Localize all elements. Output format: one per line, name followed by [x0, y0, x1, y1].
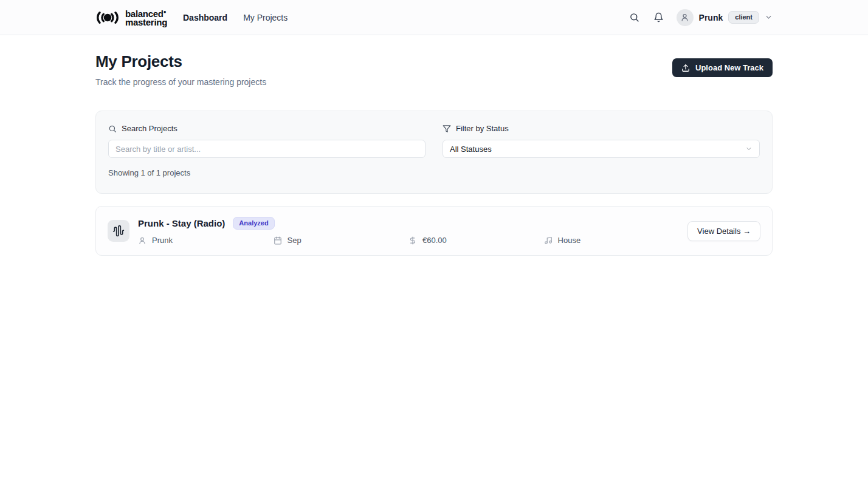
music-note-icon [544, 236, 553, 245]
main-content: My Projects Track the progress of your m… [95, 35, 773, 256]
filter-by-status-label: Filter by Status [443, 124, 760, 133]
status-filter-group: Filter by Status All Statuses [443, 124, 760, 158]
search-field-group: Search Projects [108, 124, 425, 158]
brand-logo-icon [95, 10, 120, 25]
project-date: Sep [274, 236, 409, 245]
upload-new-track-button[interactable]: Upload New Track [672, 58, 773, 77]
top-header: balanced● mastering Dashboard My Project… [0, 0, 868, 35]
filter-panel: Search Projects Filter by Status All Sta… [95, 111, 773, 194]
status-select[interactable]: All Statuses [443, 140, 760, 158]
project-title: Prunk - Stay (Radio) [138, 218, 225, 228]
brand-wordmark: balanced● mastering [125, 8, 167, 27]
user-menu[interactable]: Prunk client [677, 9, 773, 26]
results-summary: Showing 1 of 1 projects [108, 168, 760, 177]
upload-icon [681, 64, 690, 72]
search-icon[interactable] [628, 11, 641, 24]
search-icon [108, 125, 117, 133]
user-name: Prunk [699, 13, 723, 22]
nav-item-dashboard[interactable]: Dashboard [183, 13, 227, 22]
calendar-icon [274, 236, 282, 245]
project-price: €60.00 [408, 236, 544, 245]
search-input[interactable] [108, 140, 425, 158]
user-icon [138, 236, 146, 245]
project-artist: Prunk [138, 236, 274, 245]
view-details-button[interactable]: View Details → [687, 221, 760, 241]
project-genre: House [544, 236, 680, 245]
page-subtitle: Track the progress of your mastering pro… [95, 77, 266, 87]
role-badge: client [728, 11, 759, 24]
search-projects-label: Search Projects [108, 124, 425, 133]
project-row: Prunk - Stay (Radio) Analyzed Prunk Sep [95, 206, 773, 256]
page-title: My Projects [95, 52, 266, 71]
waveform-icon [108, 220, 129, 242]
brand-logo[interactable]: balanced● mastering [95, 8, 167, 27]
brand-dot: ● [164, 9, 167, 15]
main-nav: Dashboard My Projects [183, 13, 288, 22]
chevron-down-icon [765, 13, 773, 21]
nav-item-my-projects[interactable]: My Projects [243, 13, 288, 22]
chevron-down-icon [745, 145, 753, 152]
bell-icon[interactable] [652, 11, 665, 24]
avatar [677, 9, 694, 26]
dollar-icon [408, 236, 417, 245]
status-badge: Analyzed [233, 217, 274, 230]
filter-icon [443, 125, 451, 133]
